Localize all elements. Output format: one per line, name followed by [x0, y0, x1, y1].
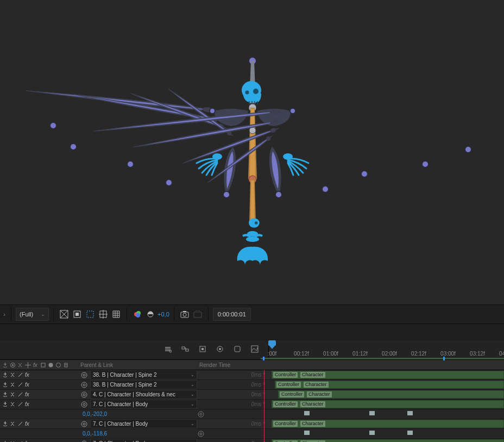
panel-gap [0, 324, 504, 340]
pickwhip-icon[interactable] [197, 410, 205, 418]
grid-icon[interactable] [110, 308, 122, 320]
search-icon[interactable] [162, 343, 174, 355]
svg-text:fx: fx [33, 362, 38, 368]
svg-rect-28 [75, 313, 79, 316]
exposure-icon[interactable] [144, 308, 156, 320]
svg-point-38 [183, 313, 186, 316]
time-ruler[interactable]: :00f 00:12f 01:00f 01:12f 02:00f 02:12f … [269, 340, 504, 358]
snapshot-icon[interactable] [179, 308, 191, 320]
timecode-value: 0:00:00:01 [218, 311, 246, 318]
time-tick: 04:00f [499, 351, 504, 357]
svg-point-22 [322, 186, 329, 192]
property-value[interactable]: 0,0,-118,6 [80, 431, 107, 437]
svg-point-3 [253, 89, 259, 94]
pickwhip-icon[interactable] [80, 420, 88, 428]
svg-point-51 [12, 364, 14, 366]
property-row[interactable]: 0,0,-202,0 [0, 409, 504, 419]
current-time-display[interactable]: 0:00:00:01 [213, 308, 251, 321]
layer-row[interactable]: fx 7. C | Character | Body⌄ 0ms * Contro… [0, 400, 504, 409]
timeline-rows: fx 38. B | Character | Spine 2⌄ 0ms * Co… [0, 370, 504, 442]
svg-point-47 [219, 348, 221, 350]
transparency-grid-icon[interactable] [58, 308, 70, 320]
parent-dropdown[interactable]: 38. B | Character | Spine 2⌄ [90, 380, 197, 389]
keyframe-lane[interactable] [268, 433, 504, 433]
keyframe-icon[interactable] [407, 411, 413, 415]
parent-dropdown[interactable]: 4. C | Character | Shoulders & nec⌄ [90, 390, 197, 399]
svg-rect-42 [182, 347, 185, 349]
timeline-panel: :00f 00:12f 01:00f 01:12f 02:00f 02:12f … [0, 340, 504, 442]
parent-dropdown[interactable]: 38. B | Character | Spine 2⌄ [90, 370, 197, 379]
time-tick: :00f [268, 351, 277, 357]
viewer-toolbar: › (Full) ⌄ +0,0 0:00:00:01 [0, 304, 504, 324]
svg-point-12 [50, 122, 56, 129]
work-area-bar[interactable] [261, 358, 504, 359]
guides-icon[interactable] [97, 308, 109, 320]
pickwhip-icon[interactable] [80, 401, 88, 408]
separator [11, 308, 11, 321]
svg-rect-45 [201, 348, 204, 350]
time-tick: 01:00f [323, 351, 338, 357]
svg-point-63 [81, 392, 87, 397]
svg-point-69 [200, 413, 202, 415]
pickwhip-icon[interactable] [80, 371, 88, 379]
work-area-start[interactable] [263, 357, 264, 360]
parent-dropdown[interactable]: 7. C | Character | Body⌄ [90, 400, 197, 409]
work-area-end[interactable] [443, 357, 445, 360]
separator [127, 308, 127, 321]
keyframe-icon[interactable] [407, 431, 413, 435]
svg-rect-40 [194, 312, 201, 318]
svg-point-64 [83, 394, 85, 396]
layer-row[interactable]: fx 7. C | Character | Body⌄ 0ms * Contro… [0, 439, 504, 442]
pickwhip-icon[interactable] [80, 391, 88, 399]
composition-mini-flowchart-icon[interactable] [179, 343, 191, 355]
keyframe-icon[interactable] [304, 411, 310, 415]
svg-point-71 [81, 421, 87, 427]
keyframe-icon[interactable] [369, 411, 375, 415]
time-tick: 02:00f [382, 351, 397, 357]
property-row[interactable]: 0,0,-118,6 [0, 429, 504, 439]
svg-point-60 [81, 382, 87, 388]
frame-blend-icon[interactable] [214, 343, 226, 355]
svg-rect-29 [87, 311, 93, 318]
render-time: 0ms * [197, 372, 268, 378]
svg-point-55 [56, 363, 61, 367]
pickwhip-icon[interactable] [80, 440, 88, 443]
svg-point-73 [198, 431, 204, 437]
svg-rect-48 [235, 346, 240, 352]
chevron-right-icon[interactable]: › [2, 308, 7, 320]
layer-row[interactable]: fx 38. B | Character | Spine 2⌄ 0ms * Co… [0, 370, 504, 380]
draft3d-icon[interactable] [197, 343, 209, 355]
time-tick: 01:12f [352, 351, 368, 357]
channel-icon[interactable] [131, 308, 143, 320]
show-snapshot-icon[interactable] [192, 308, 204, 320]
svg-point-68 [198, 412, 204, 417]
roi-icon[interactable] [84, 308, 96, 320]
keyframe-icon[interactable] [369, 431, 375, 435]
property-value[interactable]: 0,0,-202,0 [80, 411, 107, 417]
timeline-column-header: fx Parent & Link Render Time [0, 359, 504, 370]
keyframe-lane[interactable] [268, 413, 504, 414]
motion-blur-icon[interactable] [231, 343, 243, 355]
pickwhip-icon[interactable] [80, 381, 88, 389]
svg-text:fx: fx [25, 372, 30, 378]
svg-text:fx: fx [25, 421, 30, 427]
switches-header: fx [0, 362, 78, 368]
svg-point-74 [200, 433, 202, 435]
layer-row[interactable]: fx 7. C | Character | Body⌄ 0ms * Contro… [0, 419, 504, 429]
layer-row[interactable]: fx 4. C | Character | Shoulders & nec⌄ 0… [0, 390, 504, 400]
svg-rect-39 [183, 311, 186, 312]
pickwhip-icon[interactable] [197, 430, 205, 438]
svg-point-57 [81, 372, 87, 378]
resolution-dropdown[interactable]: (Full) ⌄ [16, 308, 49, 321]
parent-dropdown[interactable]: 7. C | Character | Body⌄ [90, 439, 197, 442]
parent-dropdown[interactable]: 7. C | Character | Body⌄ [90, 419, 197, 428]
layer-row[interactable]: fx 38. B | Character | Spine 2⌄ 0ms * Co… [0, 380, 504, 390]
svg-point-66 [81, 402, 87, 407]
toggle-mask-icon[interactable] [71, 308, 83, 320]
composition-viewport[interactable] [0, 0, 504, 304]
graph-editor-icon[interactable] [249, 343, 261, 355]
svg-point-13 [70, 144, 77, 150]
keyframe-icon[interactable] [304, 431, 310, 435]
exposure-value[interactable]: +0,0 [158, 311, 169, 318]
parent-label: 38. B | Character | Spine 2 [93, 372, 156, 378]
